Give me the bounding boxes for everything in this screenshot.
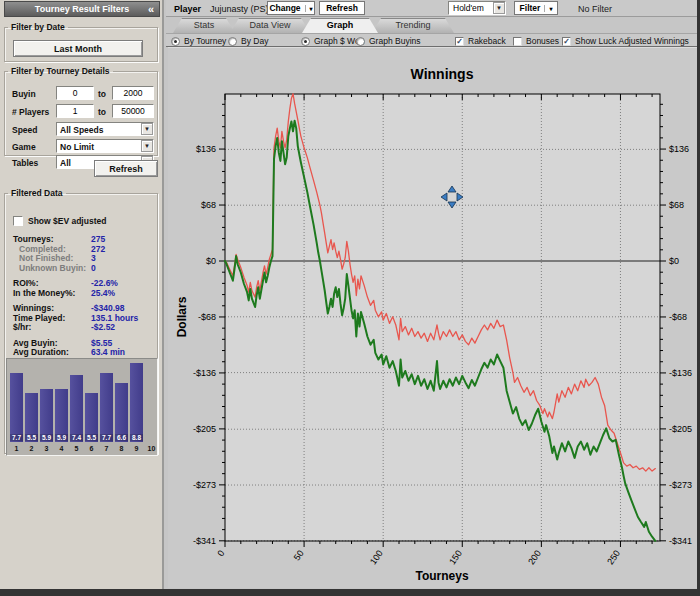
filter-details-title: Filter by Tourney Details <box>8 66 113 76</box>
players-min-input[interactable] <box>56 104 94 118</box>
buyin-max-input[interactable] <box>112 86 154 100</box>
histogram-bar: 7.7 <box>100 373 113 442</box>
main-area: Player Jujunasty (PS) Change ▾ Refresh H… <box>166 0 697 590</box>
radio-graph-won[interactable]: Graph $ Won <box>301 35 364 47</box>
stat-value: 0 <box>91 263 96 273</box>
stat-row: In the Money%:25.4% <box>5 288 155 298</box>
active-filter-status: No Filter <box>578 4 612 14</box>
radio-label: By Day <box>241 36 268 46</box>
y-axis-label-left: $68 <box>201 200 216 210</box>
y-axis-title: Dollars <box>175 296 189 337</box>
filter-button[interactable]: Filter ▾ <box>514 1 558 15</box>
stat-value: -$340.98 <box>91 303 125 313</box>
histogram-category-label: 2 <box>24 445 39 452</box>
y-axis-label-left: -$68 <box>198 312 216 322</box>
y-axis-label-right: -$273 <box>669 480 692 490</box>
sidebar-histogram: 7.715.525.935.947.455.567.776.688.8910 <box>6 358 158 456</box>
stat-row: Avg Duration:63.4 min <box>5 347 155 357</box>
plot-area[interactable] <box>225 94 660 541</box>
sidebar-refresh-button[interactable]: Refresh <box>94 160 158 177</box>
histogram-category-label: 10 <box>144 445 159 452</box>
tab-data-view[interactable]: Data View <box>230 18 310 33</box>
y-axis-label-left: -$136 <box>193 368 216 378</box>
histogram-bar-value: 6.6 <box>115 434 128 441</box>
show-ev-adjusted-row: Show $EV adjusted <box>13 216 106 226</box>
radio-icon[interactable] <box>171 37 180 46</box>
radio-label: Graph Buyins <box>369 36 421 46</box>
stat-label: Not Finished: <box>19 253 73 263</box>
x-axis-title: Tourneys <box>415 569 468 583</box>
filtered-data-title: Filtered Data <box>8 188 66 198</box>
histogram-bar-value: 7.7 <box>100 434 113 441</box>
radio-by-tourney[interactable]: By Tourney <box>171 35 226 47</box>
tab-graph[interactable]: Graph <box>302 18 378 33</box>
y-axis-label-left: $0 <box>206 256 216 266</box>
histogram-category-label: 3 <box>39 445 54 452</box>
radio-graph-buyins[interactable]: Graph Buyins <box>356 35 421 47</box>
tables-label: Tables <box>12 158 38 168</box>
players-max-input[interactable] <box>112 104 154 118</box>
game-type-select[interactable]: Hold'em ▼ <box>448 1 506 15</box>
stat-label: $/hr: <box>13 322 31 332</box>
toolbar-refresh-button[interactable]: Refresh <box>319 1 365 15</box>
stat-label: Avg Buyin: <box>13 338 58 348</box>
checkbox-bonuses[interactable]: Bonuses <box>513 35 559 47</box>
histogram-bar-value: 5.5 <box>25 434 38 441</box>
tab-stats[interactable]: Stats <box>173 18 235 33</box>
histogram-bar-value: 8.8 <box>130 434 143 441</box>
players-to-label: to <box>98 107 106 117</box>
x-axis-tick-label: 100 <box>368 548 385 566</box>
players-row: # Players to <box>10 104 154 119</box>
change-player-button[interactable]: Change ▾ <box>267 1 315 15</box>
y-axis-label-left: -$273 <box>193 480 216 490</box>
tab-trending[interactable]: Trending <box>372 18 454 33</box>
histogram-bar: 5.9 <box>55 389 68 442</box>
histogram-category-label: 7 <box>99 445 114 452</box>
checkbox-label: Rakeback <box>468 36 506 46</box>
y-axis-label-right: -$341 <box>669 536 692 546</box>
histogram-category-label: 6 <box>84 445 99 452</box>
checkbox-icon[interactable] <box>513 37 522 46</box>
histogram-category-label: 8 <box>114 445 129 452</box>
buyin-label: Buyin <box>12 89 36 99</box>
show-ev-adjusted-checkbox[interactable] <box>13 216 23 226</box>
winnings-chart: Winnings$136$136$68$68$0$0-$68-$68-$136-… <box>168 48 697 589</box>
filter-by-tourney-details-group: Filter by Tourney Details Buyin to # Pla… <box>4 66 158 156</box>
checkbox-icon[interactable]: ✓ <box>455 37 464 46</box>
radio-icon[interactable] <box>356 37 365 46</box>
collapse-panel-button[interactable]: « <box>148 3 154 15</box>
radio-icon[interactable] <box>301 37 310 46</box>
checkbox-label: Show Luck Adjusted Winnings <box>575 36 689 46</box>
y-axis-label-right: -$68 <box>669 312 687 322</box>
histogram-bar: 7.4 <box>70 375 83 442</box>
checkbox-show-luck-adjusted-winnings[interactable]: ✓Show Luck Adjusted Winnings <box>562 35 689 47</box>
stat-label: Completed: <box>19 244 66 254</box>
stat-row: Time Played:135.1 hours <box>5 313 155 323</box>
histogram-bar-value: 5.5 <box>85 434 98 441</box>
speed-select[interactable]: All Speeds ▼ <box>56 122 154 136</box>
stat-label: Unknown Buyin: <box>19 263 86 273</box>
pokertracker-window: Tourney Result Filters « Filter by Date … <box>0 0 700 596</box>
filter-by-date-title: Filter by Date <box>8 22 68 32</box>
buyin-min-input[interactable] <box>56 86 94 100</box>
stat-row: Not Finished:3 <box>5 253 155 263</box>
x-axis-tick-label: 250 <box>605 548 622 566</box>
chevron-down-icon[interactable]: ▼ <box>493 2 505 14</box>
y-axis-label-left: -$341 <box>193 536 216 546</box>
checkbox-rakeback[interactable]: ✓Rakeback <box>455 35 506 47</box>
tables-value: All <box>60 158 71 168</box>
radio-by-day[interactable]: By Day <box>228 35 268 47</box>
y-axis-label-left: $136 <box>196 144 216 154</box>
histogram-bar-value: 7.7 <box>10 434 23 441</box>
chevron-down-icon: ▾ <box>305 5 313 12</box>
last-month-button[interactable]: Last Month <box>13 40 143 57</box>
stat-value: -22.6% <box>91 278 118 288</box>
radio-icon[interactable] <box>228 37 237 46</box>
stat-value: 3 <box>91 253 96 263</box>
speed-row: Speed All Speeds ▼ <box>10 122 154 137</box>
speed-value: All Speeds <box>60 125 103 135</box>
stat-row: Completed:272 <box>5 244 155 254</box>
chevron-down-icon[interactable]: ▼ <box>141 123 153 135</box>
checkbox-icon[interactable]: ✓ <box>562 37 571 46</box>
histogram-bar-value: 5.9 <box>55 434 68 441</box>
